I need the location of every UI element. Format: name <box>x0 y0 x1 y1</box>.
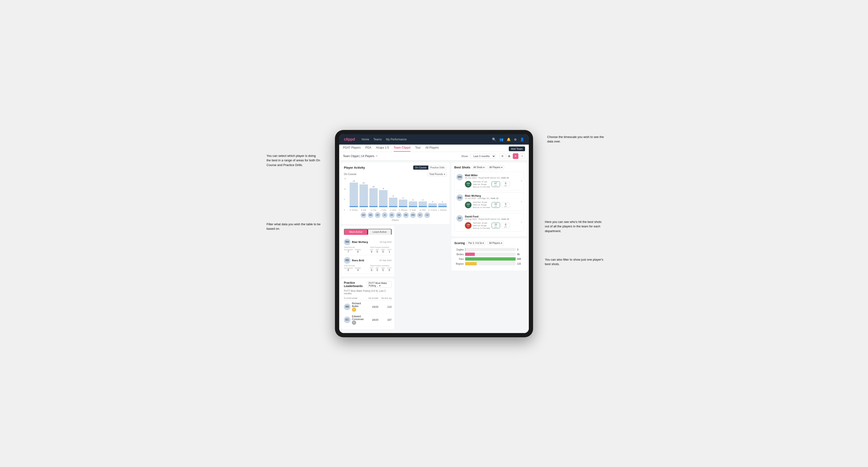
all-shots-dropdown[interactable]: All Shots ▾ <box>472 165 486 169</box>
chart-labels: B. McHargB. BrittD. FordJ. ColesE. Ebert… <box>349 209 447 211</box>
tab-bar: PGAT Players PGA Hcaps 1-5 Team Clippd T… <box>339 145 529 152</box>
chart-label-2: D. Ford <box>369 209 378 211</box>
show-section: Show: Last 3 months Last 6 months Last y… <box>461 153 525 159</box>
shot-info-blair: Blair McHarg 23 Jul 2023 · Ashridge GC, … <box>465 194 519 209</box>
scoring-row-pars: Pars 499 <box>454 257 524 261</box>
pars-bar <box>465 257 516 261</box>
right-column: Best Shots All Shots ▾ All Players ▾ MM <box>452 162 527 329</box>
chart-filter-dropdown[interactable]: Total Rounds ▾ <box>428 172 447 176</box>
bar-group-6: 3 <box>409 199 417 207</box>
scoring-row-eagles: Eagles 3 <box>454 248 524 251</box>
stat-box-david-1: 16 yds <box>492 223 500 228</box>
shot-player-name-matt: Matt Miller <box>465 174 519 177</box>
bar-group-7: 3 <box>418 199 427 207</box>
chevron-blair[interactable]: › <box>521 200 522 203</box>
best-shots-header: Best Shots All Shots ▾ All Players ▾ <box>454 165 524 169</box>
bar-9[interactable] <box>438 203 447 207</box>
add-team-button[interactable]: Add Team <box>509 147 525 151</box>
nav-bar: clippd Home Teams My Performance 🔍 👥 🔔 ⊕… <box>339 134 529 145</box>
period-dropdown[interactable]: Last 3 months Last 6 months Last year <box>470 154 496 158</box>
avatar-matt: MM <box>456 174 463 181</box>
best-shots-title: Best Shots <box>454 165 470 169</box>
nav-home[interactable]: Home <box>362 138 369 141</box>
scoring-filter1[interactable]: Par 3, 4 & 5s ▾ <box>467 241 486 245</box>
pars-label: Pars <box>454 258 464 260</box>
avatar-chart-5: GB <box>396 212 402 218</box>
chevron-matt[interactable]: › <box>521 179 522 183</box>
chart-subheader: On Course Total Rounds ▾ <box>344 172 447 176</box>
main-content: Player Activity On Course Practice Drill… <box>339 161 529 333</box>
player-activity-panel: Player Activity On Course Practice Drill… <box>341 162 450 224</box>
tab-pga[interactable]: PGA <box>365 146 371 152</box>
tab-all-players[interactable]: All Players <box>425 146 439 152</box>
shot-info-david: David Ford 24 Aug 2023 · Royal North Dev… <box>465 215 519 230</box>
avatar-chart-6: RB <box>403 212 409 218</box>
most-active-tab[interactable]: Most Active <box>344 229 368 235</box>
bar-8[interactable] <box>428 203 437 207</box>
edit-icon[interactable]: ✏ <box>376 154 378 158</box>
people-icon[interactable]: 👥 <box>499 137 503 141</box>
tab-team-clippd[interactable]: Team Clippd <box>394 146 410 152</box>
bar-0[interactable] <box>349 183 358 207</box>
stat-box-matt-2: 0 yds <box>501 181 510 187</box>
on-course-toggle[interactable]: On Course <box>413 165 428 169</box>
page-wrapper: Choose the timescale you wish to see the… <box>269 130 599 337</box>
nav-teams[interactable]: Teams <box>373 138 382 141</box>
shot-card-matt: MM Matt Miller 09 Jun 2023 · Royal North… <box>454 172 524 191</box>
view-icons: ⊞ ▦ ♥ ≡ <box>500 153 525 159</box>
chart-label-0: B. McHarg <box>349 209 358 211</box>
bar-6[interactable] <box>409 201 417 207</box>
drill-filter[interactable]: PUTT Must Make Putting ... ▾ <box>367 281 392 288</box>
activity-card-blair: BM Blair McHarg 26 Aug 2023 Total Rounds <box>344 237 392 255</box>
heart-view-btn[interactable]: ♥ <box>513 153 519 159</box>
bar-3[interactable] <box>379 190 388 207</box>
panel-title: Player Activity <box>344 166 365 169</box>
eagles-value: 3 <box>517 248 524 251</box>
chart-subtitle: On Course <box>344 173 356 176</box>
activity-date-rees: 02 Sep 2023 <box>379 259 392 261</box>
bar-4[interactable] <box>389 198 398 207</box>
chevron-david[interactable]: › <box>521 220 522 224</box>
score-edward: 18/20 <box>367 318 378 321</box>
drill-subtitle: PUTT Must Make Putting (3-6 ft), Last 3 … <box>344 290 392 295</box>
bar-1[interactable] <box>360 184 368 207</box>
scoring-filter2[interactable]: All Players ▾ <box>487 241 503 245</box>
nav-my-performance[interactable]: My Performance <box>386 138 407 141</box>
player-name-edward: Edward Crossman <box>352 315 365 320</box>
shot-detail-matt: 09 Jun 2023 · Royal North Devon GC, Hole… <box>465 177 519 179</box>
avatar-icon[interactable]: 👤 <box>520 137 524 141</box>
toolbar: Team Clippd | 14 Players ✏ Show: Last 3 … <box>339 152 529 161</box>
practice-drills-toggle[interactable]: Practice Drills <box>428 165 446 169</box>
tab-tour[interactable]: Tour <box>415 146 421 152</box>
left-column: Player Activity On Course Practice Drill… <box>341 162 450 329</box>
bogeys-bar <box>465 262 477 266</box>
bar-7[interactable] <box>418 201 427 207</box>
nav-links: Home Teams My Performance <box>362 138 487 141</box>
chart-x-label: Players <box>344 219 447 221</box>
cards-view-btn[interactable]: ▦ <box>506 153 512 159</box>
annotation-right-bottom: You can also filter to show just one pla… <box>545 257 606 267</box>
list-view-btn[interactable]: ≡ <box>519 153 525 159</box>
tab-pgat-players[interactable]: PGAT Players <box>343 146 361 152</box>
panel-header: Player Activity On Course Practice Drill… <box>344 165 447 170</box>
rank-2-badge: 2 <box>352 320 356 325</box>
scoring-row-bogeys: Bogeys 115 <box>454 262 524 266</box>
bell-icon[interactable]: 🔔 <box>507 137 511 141</box>
search-icon[interactable]: 🔍 <box>492 137 496 141</box>
scoring-title: Scoring <box>454 242 465 245</box>
grid-view-btn[interactable]: ⊞ <box>500 153 505 159</box>
bar-5[interactable] <box>399 199 407 207</box>
eagles-bar <box>465 248 465 251</box>
bar-group-2: 10 <box>369 186 378 207</box>
bar-2[interactable] <box>369 188 378 207</box>
bar-group-9: 2 <box>438 201 447 207</box>
activity-card-header-blair: BM Blair McHarg 26 Aug 2023 <box>344 239 392 245</box>
bar-group-5: 4 <box>399 197 407 207</box>
tablet-frame: clippd Home Teams My Performance 🔍 👥 🔔 ⊕… <box>335 130 533 337</box>
scoring-panel: Scoring Par 3, 4 & 5s ▾ All Players ▾ Ea… <box>452 238 527 271</box>
tab-hcaps[interactable]: Hcaps 1-5 <box>376 146 389 152</box>
all-players-dropdown[interactable]: All Players ▾ <box>488 165 504 169</box>
least-active-tab[interactable]: Least Active <box>368 229 392 235</box>
scoring-header: Scoring Par 3, 4 & 5s ▾ All Players ▾ <box>454 241 524 245</box>
add-circle-icon[interactable]: ⊕ <box>514 137 517 141</box>
